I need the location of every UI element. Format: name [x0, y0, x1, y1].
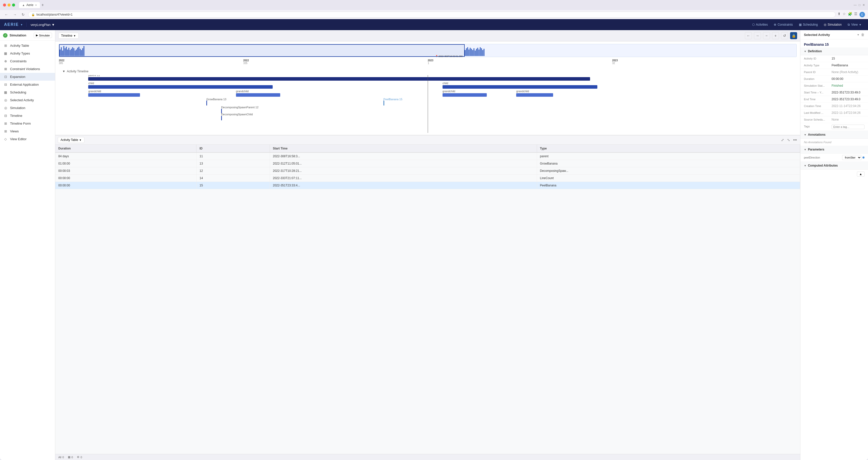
- nav-activities[interactable]: ⬡ Activities: [750, 21, 770, 28]
- child-right-label: child: [442, 81, 448, 85]
- minimize-dot[interactable]: [7, 3, 10, 6]
- nav-scheduling[interactable]: ▦ Scheduling: [796, 21, 820, 28]
- nav-forward-button[interactable]: →: [754, 32, 761, 39]
- parent11-bar[interactable]: [88, 77, 590, 80]
- window-maximize-icon: □: [859, 3, 861, 7]
- activity-table-title-button[interactable]: Activity Table ▼: [58, 137, 85, 143]
- grandchild2-bar[interactable]: [236, 93, 280, 97]
- computed-attributes-section-header[interactable]: ▼ Computed Attributes: [800, 162, 868, 170]
- grandchild4-bar[interactable]: [516, 93, 553, 97]
- sidebar-item-timeline-form[interactable]: ⊞ Timeline Form: [0, 120, 55, 127]
- nav-constraints[interactable]: ⊕ Constraints: [771, 21, 795, 28]
- browser-tabs: ▲ Aerie ✕ +: [19, 2, 852, 8]
- sidebar-item-activity-types[interactable]: ▦ Activity Types: [0, 50, 55, 57]
- table-row-selected[interactable]: 00:00:00 15 2022-351T23:33:4... PeelBana…: [55, 182, 800, 189]
- active-tab[interactable]: ▲ Aerie ✕: [19, 2, 40, 8]
- column-start-time[interactable]: Start Time: [270, 145, 537, 153]
- table-row[interactable]: 00:00:03 12 2022-317T10:28:21... Decompo…: [55, 167, 800, 174]
- parameters-section-header[interactable]: ▼ Parameters: [800, 146, 868, 154]
- reload-button[interactable]: ↻: [20, 12, 26, 17]
- back-button[interactable]: ←: [3, 12, 9, 17]
- sidebar-item-constraint-violations[interactable]: ⊠ Constraint Violations: [0, 65, 55, 73]
- sidebar-item-simulation[interactable]: ◎ Simulation: [0, 104, 55, 112]
- param-select[interactable]: fromSter: [842, 155, 862, 160]
- table-row[interactable]: 01:00:00 13 2022-312T11:05:01... GrowBan…: [55, 160, 800, 167]
- logo-chevron[interactable]: ▼: [20, 23, 23, 26]
- simulate-button[interactable]: ▶ Simulate: [34, 33, 52, 38]
- activity-timeline-chevron[interactable]: ▼: [62, 70, 65, 73]
- child-left-bar[interactable]: [88, 85, 273, 89]
- nav-back-button[interactable]: ←: [745, 32, 752, 39]
- tab-close-icon[interactable]: ✕: [35, 4, 37, 6]
- nav-simulation[interactable]: ◎ Simulation: [821, 21, 844, 28]
- cell-type: PeelBanana: [537, 182, 800, 189]
- lock-button[interactable]: 🔒: [790, 32, 797, 39]
- cell-type: GrowBanana: [537, 160, 800, 167]
- grandchild1-bar[interactable]: [88, 93, 140, 97]
- timeline-panel: 2022 305 2022 335 2023 1: [55, 41, 800, 135]
- table-scroll-container[interactable]: Duration ID Start Time Type 84 days 11: [55, 145, 800, 454]
- sidebar-item-label: Simulation: [10, 106, 25, 110]
- creation-time-value: 2022-11-14T22:04:26: [832, 104, 865, 108]
- plan-selector[interactable]: veryLongPlan ▼: [31, 23, 55, 27]
- annotations-section-header[interactable]: ▼ Annotations: [800, 131, 868, 139]
- duration-value: 00:00:00: [832, 77, 865, 80]
- new-tab-button[interactable]: +: [41, 3, 44, 7]
- extensions-icon[interactable]: 🧩: [848, 12, 852, 17]
- sidebar-item-scheduling[interactable]: ▦ Scheduling: [0, 89, 55, 96]
- property-tags: Tags: [800, 123, 868, 131]
- delete-button[interactable]: 🗑: [861, 33, 865, 37]
- column-type[interactable]: Type: [537, 145, 800, 153]
- column-duration[interactable]: Duration: [55, 145, 196, 153]
- sidebar-item-timeline[interactable]: ⊟ Timeline: [0, 112, 55, 120]
- reset-button[interactable]: ↺: [781, 32, 788, 39]
- status-settings: ⚙ 0: [77, 456, 82, 459]
- property-parent-id: Parent ID None (Root Activity): [800, 69, 868, 76]
- cell-id: 15: [196, 182, 270, 189]
- property-last-modified: Last Modified ... 2022-11-14T22:04:26: [800, 109, 868, 116]
- panel-chevron[interactable]: ▼: [857, 33, 860, 36]
- zoom-in-button[interactable]: +: [772, 32, 779, 39]
- share-icon[interactable]: ⬆: [838, 12, 841, 17]
- decomposing-child-bar[interactable]: [221, 116, 222, 120]
- sidebar-item-view-editor[interactable]: ◇ View Editor: [0, 135, 55, 143]
- simulate-icon: ▶: [36, 34, 38, 37]
- child-right-bar[interactable]: [442, 85, 598, 89]
- peelbanana-bar[interactable]: [383, 100, 384, 105]
- tags-input[interactable]: [832, 125, 865, 129]
- expand-icon[interactable]: ⤢: [780, 137, 785, 143]
- nav-view[interactable]: ⧉ View ▼: [845, 21, 864, 28]
- cell-start-time: 2022-308T16:58:3...: [270, 153, 537, 160]
- sidebar-item-label: Constraints: [10, 59, 27, 63]
- definition-section-header[interactable]: ▼ Definition: [800, 47, 868, 55]
- bookmark-icon[interactable]: ☆: [843, 12, 846, 17]
- growbanana-bar[interactable]: [206, 100, 207, 105]
- sidebar-item-constraints[interactable]: ⊕ Constraints: [0, 57, 55, 65]
- sidebar-item-expansion[interactable]: ⊡ Expansion: [0, 73, 55, 80]
- window-controls: [3, 3, 15, 6]
- menu-icon[interactable]: ☰: [854, 12, 858, 17]
- table-row[interactable]: 84 days 11 2022-308T16:58:3... parent: [55, 153, 800, 160]
- time-label-3: 2023 32: [612, 59, 797, 65]
- close-dot[interactable]: [3, 3, 6, 6]
- main-content: ✓ Simulation ▶ Simulate ⊞ Activity Table…: [0, 30, 868, 460]
- column-id[interactable]: ID: [196, 145, 270, 153]
- cell-type: LineCount: [537, 174, 800, 182]
- user-avatar[interactable]: E: [860, 12, 865, 17]
- timeline-selector[interactable]: Timeline ▼: [58, 33, 79, 39]
- fullscreen-icon[interactable]: ⤡: [786, 137, 791, 143]
- timeline-chevron: ▼: [73, 34, 76, 37]
- property-end-time: End Time 2022-351T23:33:49.0: [800, 96, 868, 103]
- url-bar[interactable]: 🔒 localhost/plans/4?viewId=1: [28, 11, 836, 18]
- grandchild3-bar[interactable]: [442, 93, 487, 97]
- sidebar-item-views[interactable]: ⊞ Views: [0, 127, 55, 135]
- forward-button[interactable]: →: [11, 12, 18, 17]
- sidebar-item-activity-table[interactable]: ⊞ Activity Table: [0, 42, 55, 50]
- table-row[interactable]: 00:00:00 14 2022-333T21:07:11... LineCou…: [55, 174, 800, 182]
- zoom-out-button[interactable]: −: [763, 32, 770, 39]
- sidebar-item-selected-activity[interactable]: ◎ Selected Activity: [0, 96, 55, 104]
- maximize-dot[interactable]: [12, 3, 15, 6]
- sidebar-item-external-application[interactable]: ⊟ External Application: [0, 80, 55, 89]
- scroll-to-top-button[interactable]: ▲: [857, 172, 865, 176]
- more-options-icon[interactable]: •••: [793, 137, 798, 143]
